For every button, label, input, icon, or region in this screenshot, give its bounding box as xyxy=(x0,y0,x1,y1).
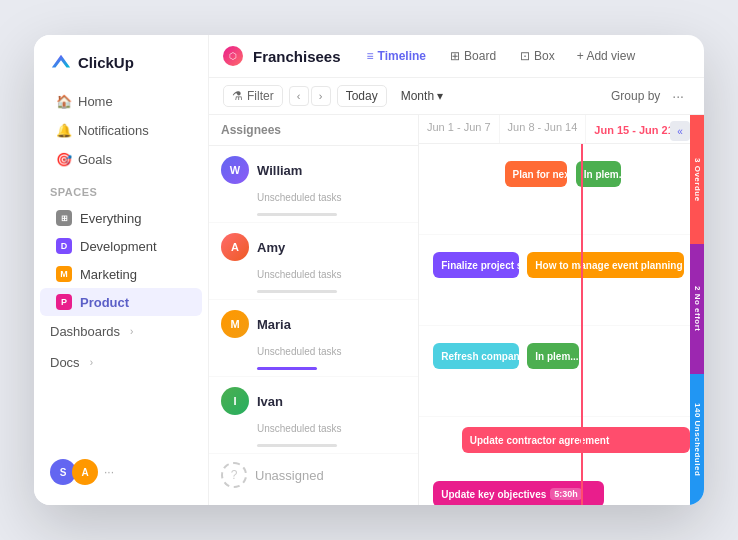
bar-in-plem-maria[interactable]: In plem... xyxy=(527,343,578,369)
nav-arrows: ‹ › xyxy=(289,86,331,106)
box-tab-icon: ⊡ xyxy=(520,49,530,63)
tab-box[interactable]: ⊡ Box xyxy=(510,45,565,67)
timeline-row-william: Plan for next year 8.4h In plem... xyxy=(419,144,704,235)
unassigned-label: Unassigned xyxy=(255,468,324,483)
sidebar: ClickUp 🏠 Home 🔔 Notifications 🎯 Goals S… xyxy=(34,35,209,505)
sidebar-item-development[interactable]: D Development xyxy=(40,232,202,260)
filter-label: Filter xyxy=(247,89,274,103)
timeline-row-ivan-inner: Update contractor agreement xyxy=(419,417,704,477)
sidebar-item-notifications[interactable]: 🔔 Notifications xyxy=(40,116,202,145)
timeline-column: Jun 1 - Jun 7 Jun 8 - Jun 14 Jun 15 - Ju… xyxy=(419,115,704,505)
top-bar: ⬡ Franchisees ≡ Timeline ⊞ Board ⊡ Box +… xyxy=(209,35,704,78)
bar-finalize-scope[interactable]: Finalize project scope xyxy=(433,252,519,278)
bar-contractor-label: Update contractor agreement xyxy=(470,435,609,446)
timeline-tab-label: Timeline xyxy=(378,49,426,63)
sidebar-item-docs[interactable]: Docs › xyxy=(34,347,208,378)
box-tab-label: Box xyxy=(534,49,555,63)
bar-event-label: How to manage event planning xyxy=(535,260,682,271)
sidebar-development-label: Development xyxy=(80,239,157,254)
user-avatar-a[interactable]: A xyxy=(72,459,98,485)
bar-objectives-badge: 5:30h xyxy=(550,488,582,500)
timeline-row-ivan: Update contractor agreement Update key o… xyxy=(419,417,704,505)
bar-objectives-label: Update key objectives xyxy=(441,489,546,500)
week-header-2: Jun 8 - Jun 14 xyxy=(500,115,587,143)
ivan-unscheduled-timeline: Update key objectives 5:30h xyxy=(419,477,704,505)
collapse-button[interactable]: « xyxy=(670,121,690,141)
app-logo-text: ClickUp xyxy=(78,54,134,71)
bar-finalize-label: Finalize project scope xyxy=(441,260,519,271)
timeline-header: Jun 1 - Jun 7 Jun 8 - Jun 14 Jun 15 - Ju… xyxy=(419,115,704,144)
assignee-row-ivan: I Ivan Unscheduled tasks xyxy=(209,377,418,454)
bar-plan-next-year[interactable]: Plan for next year 8.4h xyxy=(505,161,568,187)
more-options-button[interactable]: ··· xyxy=(666,86,690,106)
next-arrow-button[interactable]: › xyxy=(311,86,331,106)
sidebar-item-dashboards[interactable]: Dashboards › xyxy=(34,316,208,347)
sidebar-everything-label: Everything xyxy=(80,211,141,226)
overdue-tag: 3 Overdue xyxy=(690,115,704,244)
board-tab-icon: ⊞ xyxy=(450,49,460,63)
logo-area: ClickUp xyxy=(34,51,208,87)
development-dot: D xyxy=(56,238,72,254)
bar-label-plem: In plem... xyxy=(584,169,622,180)
toolbar: ⚗ Filter ‹ › Today Month ▾ Group by ··· xyxy=(209,78,704,115)
assignees-label: Assignees xyxy=(221,123,281,137)
assignee-column: Assignees W William Unscheduled tasks A … xyxy=(209,115,419,505)
assignee-row-maria: M Maria Unscheduled tasks xyxy=(209,300,418,377)
prev-arrow-button[interactable]: ‹ xyxy=(289,86,309,106)
sidebar-item-product[interactable]: P Product xyxy=(40,288,202,316)
timeline-body: Plan for next year 8.4h In plem... xyxy=(419,144,704,505)
maria-unscheduled-label: Unscheduled tasks xyxy=(209,342,418,365)
assignees-header: Assignees xyxy=(209,115,418,146)
sidebar-item-marketing[interactable]: M Marketing xyxy=(40,260,202,288)
bar-plem-maria-label: In plem... xyxy=(535,351,578,362)
timeline-tab-icon: ≡ xyxy=(367,49,374,63)
sidebar-item-home[interactable]: 🏠 Home xyxy=(40,87,202,116)
today-button[interactable]: Today xyxy=(337,85,387,107)
william-unscheduled-label: Unscheduled tasks xyxy=(209,188,418,211)
william-name: William xyxy=(257,163,302,178)
sidebar-item-everything[interactable]: ⊞ Everything xyxy=(40,204,202,232)
chevron-down-icon: ▾ xyxy=(437,89,443,103)
sidebar-marketing-label: Marketing xyxy=(80,267,137,282)
amy-info: A Amy xyxy=(209,223,418,265)
sidebar-product-label: Product xyxy=(80,295,129,310)
timeline-row-amy: Finalize project scope How to manage eve… xyxy=(419,235,704,326)
sidebar-footer: S A ··· xyxy=(34,449,208,495)
add-view-button[interactable]: + Add view xyxy=(569,45,643,67)
tab-timeline[interactable]: ≡ Timeline xyxy=(357,45,436,67)
bar-contractor[interactable]: Update contractor agreement xyxy=(462,427,690,453)
footer-expand-arrow: ··· xyxy=(104,465,114,479)
goals-icon: 🎯 xyxy=(56,152,70,167)
docs-label: Docs xyxy=(50,355,80,370)
sidebar-item-goals[interactable]: 🎯 Goals xyxy=(40,145,202,174)
clickup-logo-icon xyxy=(50,51,72,73)
tab-board[interactable]: ⊞ Board xyxy=(440,45,506,67)
month-selector[interactable]: Month ▾ xyxy=(393,86,451,106)
group-by-button[interactable]: Group by xyxy=(611,89,660,103)
unassigned-icon: ? xyxy=(221,462,247,488)
docs-arrow: › xyxy=(90,357,93,368)
week-label-3: Jun 15 - Jun 21 xyxy=(594,124,673,136)
filter-button[interactable]: ⚗ Filter xyxy=(223,85,283,107)
no-effort-tag: 2 No effort xyxy=(690,244,704,375)
assignee-row-amy: A Amy Unscheduled tasks xyxy=(209,223,418,300)
dashboards-label: Dashboards xyxy=(50,324,120,339)
add-view-label: + Add view xyxy=(577,49,635,63)
william-unscheduled-bar xyxy=(257,213,337,216)
bar-key-objectives[interactable]: Update key objectives 5:30h xyxy=(433,481,604,505)
sidebar-home-label: Home xyxy=(78,94,113,109)
svg-marker-0 xyxy=(52,55,70,68)
maria-info: M Maria xyxy=(209,300,418,342)
bar-refresh-company[interactable]: Refresh compan... 8.4h xyxy=(433,343,519,369)
maria-avatar: M xyxy=(221,310,249,338)
assignee-row-william: W William Unscheduled tasks xyxy=(209,146,418,223)
amy-unscheduled-timeline xyxy=(419,295,704,325)
unscheduled-tag: 140 Unscheduled xyxy=(690,374,704,505)
ivan-unscheduled-bar xyxy=(257,444,337,447)
timeline-row-amy-inner: Finalize project scope How to manage eve… xyxy=(419,235,704,295)
ivan-avatar: I xyxy=(221,387,249,415)
amy-avatar: A xyxy=(221,233,249,261)
everything-dot: ⊞ xyxy=(56,210,72,226)
william-unscheduled-timeline xyxy=(419,204,704,234)
bar-event-planning[interactable]: How to manage event planning xyxy=(527,252,684,278)
